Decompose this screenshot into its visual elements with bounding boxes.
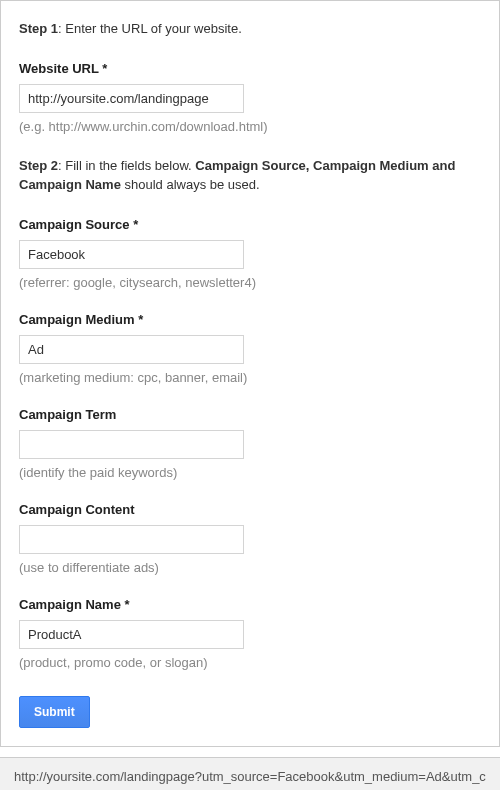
campaign-medium-input[interactable] bbox=[19, 335, 244, 364]
campaign-name-label: Campaign Name * bbox=[19, 597, 481, 612]
website-url-block: Website URL * (e.g. http://www.urchin.co… bbox=[19, 61, 481, 134]
campaign-content-hint: (use to differentiate ads) bbox=[19, 560, 481, 575]
campaign-term-block: Campaign Term (identify the paid keyword… bbox=[19, 407, 481, 480]
campaign-source-input[interactable] bbox=[19, 240, 244, 269]
result-url-box: http://yoursite.com/landingpage?utm_sour… bbox=[0, 757, 500, 791]
form-container: Step 1: Enter the URL of your website. W… bbox=[0, 0, 500, 747]
step1-line: Step 1: Enter the URL of your website. bbox=[19, 19, 481, 39]
campaign-medium-block: Campaign Medium * (marketing medium: cpc… bbox=[19, 312, 481, 385]
campaign-content-label: Campaign Content bbox=[19, 502, 481, 517]
campaign-medium-hint: (marketing medium: cpc, banner, email) bbox=[19, 370, 481, 385]
campaign-source-label: Campaign Source * bbox=[19, 217, 481, 232]
campaign-name-hint: (product, promo code, or slogan) bbox=[19, 655, 481, 670]
campaign-source-hint: (referrer: google, citysearch, newslette… bbox=[19, 275, 481, 290]
campaign-term-hint: (identify the paid keywords) bbox=[19, 465, 481, 480]
campaign-content-block: Campaign Content (use to differentiate a… bbox=[19, 502, 481, 575]
campaign-term-input[interactable] bbox=[19, 430, 244, 459]
campaign-medium-label: Campaign Medium * bbox=[19, 312, 481, 327]
step1-text: : Enter the URL of your website. bbox=[58, 21, 242, 36]
step2-text-after: should always be used. bbox=[121, 177, 260, 192]
campaign-name-block: Campaign Name * (product, promo code, or… bbox=[19, 597, 481, 670]
step1-label: Step 1 bbox=[19, 21, 58, 36]
campaign-source-block: Campaign Source * (referrer: google, cit… bbox=[19, 217, 481, 290]
step2-label: Step 2 bbox=[19, 158, 58, 173]
step2-line: Step 2: Fill in the fields below. Campai… bbox=[19, 156, 481, 195]
campaign-name-input[interactable] bbox=[19, 620, 244, 649]
website-url-input[interactable] bbox=[19, 84, 244, 113]
step2-text-before: : Fill in the fields below. bbox=[58, 158, 195, 173]
website-url-label: Website URL * bbox=[19, 61, 481, 76]
website-url-hint: (e.g. http://www.urchin.com/download.htm… bbox=[19, 119, 481, 134]
campaign-term-label: Campaign Term bbox=[19, 407, 481, 422]
campaign-content-input[interactable] bbox=[19, 525, 244, 554]
submit-button[interactable]: Submit bbox=[19, 696, 90, 728]
